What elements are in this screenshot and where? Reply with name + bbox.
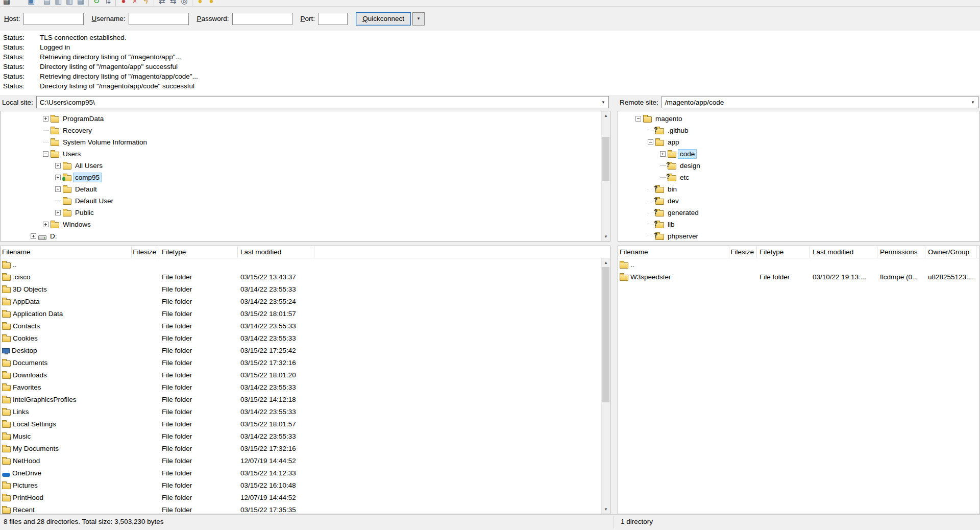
- tree-item-system-volume-information[interactable]: System Volume Information: [1, 136, 601, 148]
- file-row-my-documents[interactable]: My DocumentsFile folder03/15/22 17:32:16: [1, 442, 601, 454]
- queue-toggle-icon[interactable]: ▦: [75, 0, 86, 7]
- file-row-application-data[interactable]: Application DataFile folder03/15/22 18:0…: [1, 307, 601, 320]
- tree-item-dev[interactable]: dev: [618, 195, 979, 207]
- disconnect-icon[interactable]: ×: [129, 0, 140, 7]
- preferences-icon[interactable]: ●: [194, 0, 206, 7]
- scrollbar-thumb[interactable]: [602, 137, 609, 181]
- file-row-item[interactable]: ..: [1, 258, 601, 271]
- file-row-recent[interactable]: RecentFile folder03/15/22 17:35:35: [1, 503, 601, 514]
- scroll-up-icon[interactable]: ▲: [602, 258, 610, 267]
- file-row-cisco[interactable]: .ciscoFile folder03/15/22 13:43:37: [1, 271, 601, 283]
- chevron-down-icon[interactable]: ▼: [971, 100, 975, 105]
- tree-item-app[interactable]: app: [618, 136, 979, 148]
- tree-item-recovery[interactable]: Recovery: [1, 125, 601, 136]
- tree-item-public[interactable]: Public: [1, 207, 601, 219]
- expand-icon[interactable]: [43, 116, 48, 122]
- tree-item-magento[interactable]: magento: [618, 113, 979, 125]
- synchronized-browsing-icon[interactable]: ⇆: [167, 0, 179, 7]
- file-row-desktop[interactable]: DesktopFile folder03/15/22 17:25:42: [1, 344, 601, 356]
- expand-icon[interactable]: [55, 186, 61, 192]
- port-input[interactable]: [318, 13, 348, 25]
- tree-item-lib[interactable]: lib: [618, 219, 979, 230]
- local-tree-toggle-icon[interactable]: ▥: [53, 0, 64, 7]
- column-header-filetype[interactable]: Filetype: [757, 246, 810, 258]
- tree-item-d[interactable]: D:: [1, 230, 601, 241]
- tree-item-default[interactable]: Default: [1, 183, 601, 195]
- tree-item-comp95[interactable]: comp95: [1, 172, 601, 183]
- remote-tree-toggle-icon[interactable]: ▥: [64, 0, 75, 7]
- tree-item-phpserver[interactable]: phpserver: [618, 230, 979, 241]
- tree-item-bin[interactable]: bin: [618, 183, 979, 195]
- file-row-contacts[interactable]: ContactsFile folder03/14/22 23:55:33: [1, 320, 601, 332]
- scroll-down-icon[interactable]: ▼: [602, 505, 610, 514]
- remote-path-combobox[interactable]: /magento/app/code ▼: [662, 96, 978, 108]
- column-header-filename[interactable]: Filename: [618, 246, 729, 258]
- process-queue-icon[interactable]: ⇅: [102, 0, 113, 7]
- column-header-owner-group[interactable]: Owner/Group: [925, 246, 976, 258]
- reconnect-icon[interactable]: ϟ: [140, 0, 152, 7]
- help-icon[interactable]: ●: [206, 0, 217, 7]
- file-row-printhood[interactable]: PrintHoodFile folder12/07/19 14:44:52: [1, 491, 601, 503]
- column-header-permissions[interactable]: Permissions: [877, 246, 925, 258]
- tree-item-all-users[interactable]: All Users: [1, 160, 601, 172]
- local-path-combobox[interactable]: C:\Users\comp95\ ▼: [36, 96, 609, 108]
- expand-icon[interactable]: [55, 163, 61, 168]
- system-menu-icon[interactable]: ▦: [1, 0, 12, 7]
- file-row-cookies[interactable]: CookiesFile folder03/14/22 23:55:33: [1, 332, 601, 344]
- refresh-icon[interactable]: ↻: [91, 0, 102, 7]
- expand-icon[interactable]: [660, 151, 666, 157]
- collapse-icon[interactable]: [635, 116, 641, 122]
- scrollbar-thumb[interactable]: [602, 267, 609, 402]
- tree-item-default-user[interactable]: Default User: [1, 195, 601, 207]
- tree-item-design[interactable]: design: [618, 160, 979, 172]
- file-row-onedrive[interactable]: OneDriveFile folder03/15/22 14:12:33: [1, 467, 601, 479]
- file-row-pictures[interactable]: PicturesFile folder03/15/22 16:10:48: [1, 479, 601, 491]
- collapse-icon[interactable]: [43, 151, 48, 157]
- column-header-filename[interactable]: Filename: [1, 246, 132, 258]
- file-row-favorites[interactable]: FavoritesFile folder03/14/22 23:55:33: [1, 381, 601, 393]
- tree-item-users[interactable]: Users: [1, 148, 601, 160]
- column-header-last-modified[interactable]: Last modified: [810, 246, 877, 258]
- expand-icon[interactable]: [55, 210, 61, 215]
- collapse-icon[interactable]: [648, 139, 653, 145]
- file-row-3d-objects[interactable]: 3D ObjectsFile folder03/14/22 23:55:33: [1, 283, 601, 295]
- directory-compare-icon[interactable]: ⇄: [156, 0, 167, 7]
- column-header-filesize[interactable]: Filesize: [729, 246, 757, 258]
- column-header-last-modified[interactable]: Last modified: [238, 246, 314, 258]
- message-log-toggle-icon[interactable]: ▤: [41, 0, 53, 7]
- quickconnect-button[interactable]: Quickconnect: [356, 12, 411, 26]
- file-row-local-settings[interactable]: Local SettingsFile folder03/15/22 18:01:…: [1, 418, 601, 430]
- tree-item-code[interactable]: code: [618, 148, 979, 160]
- tree-item-generated[interactable]: generated: [618, 207, 979, 219]
- column-header-filesize[interactable]: Filesize: [132, 246, 159, 258]
- quickconnect-dropdown-button[interactable]: ▼: [412, 12, 425, 26]
- local-list-scrollbar[interactable]: ▲ ▼: [601, 258, 610, 514]
- file-row-appdata[interactable]: AppDataFile folder03/14/22 23:55:24: [1, 295, 601, 307]
- host-input[interactable]: [23, 13, 84, 25]
- scroll-up-icon[interactable]: ▲: [602, 111, 610, 120]
- file-row-w3speedster[interactable]: W3speedsterFile folder03/10/22 19:13:...…: [618, 271, 979, 283]
- chevron-down-icon[interactable]: ▼: [601, 100, 605, 105]
- file-row-intelgraphicsprofiles[interactable]: IntelGraphicsProfilesFile folder03/15/22…: [1, 393, 601, 405]
- password-input[interactable]: [232, 13, 292, 25]
- username-input[interactable]: [129, 13, 189, 25]
- tree-item-github[interactable]: .github: [618, 125, 979, 136]
- tree-item-windows[interactable]: Windows: [1, 219, 601, 230]
- find-files-icon[interactable]: ◎: [179, 0, 190, 7]
- file-row-downloads[interactable]: DownloadsFile folder03/15/22 18:01:20: [1, 369, 601, 381]
- scroll-down-icon[interactable]: ▼: [602, 232, 610, 241]
- cancel-icon[interactable]: ●: [118, 0, 129, 7]
- expand-icon[interactable]: [43, 222, 48, 227]
- local-tree-scrollbar[interactable]: ▲ ▼: [601, 111, 610, 241]
- expand-icon[interactable]: [31, 233, 36, 239]
- file-row-nethood[interactable]: NetHoodFile folder12/07/19 14:44:52: [1, 454, 601, 467]
- site-manager-icon[interactable]: ▣: [26, 0, 37, 7]
- tree-item-programdata[interactable]: ProgramData: [1, 113, 601, 125]
- file-row-item[interactable]: ..: [618, 258, 979, 271]
- column-header-filetype[interactable]: Filetype: [159, 246, 238, 258]
- expand-icon[interactable]: [55, 175, 61, 180]
- file-row-music[interactable]: MusicFile folder03/14/22 23:55:33: [1, 430, 601, 442]
- file-row-documents[interactable]: DocumentsFile folder03/15/22 17:32:16: [1, 356, 601, 369]
- file-row-links[interactable]: LinksFile folder03/14/22 23:55:33: [1, 405, 601, 418]
- tree-item-etc[interactable]: etc: [618, 172, 979, 183]
